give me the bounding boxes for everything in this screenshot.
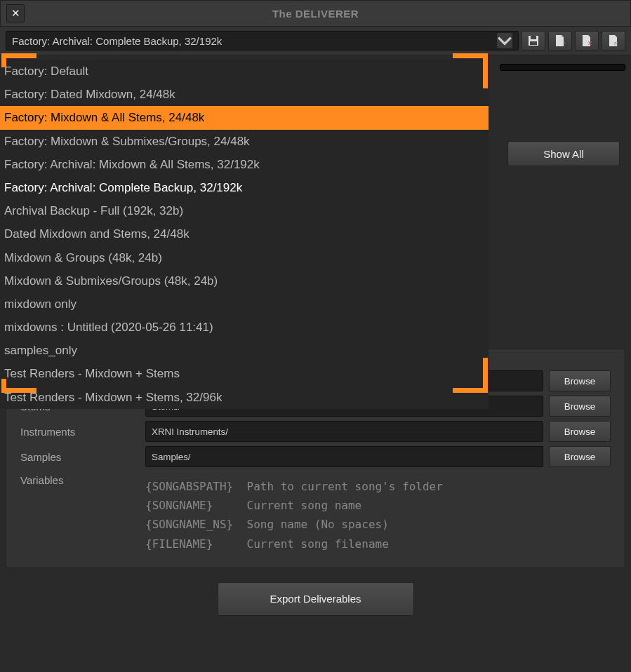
- progress-bar: [500, 64, 625, 71]
- variables-help-text: {SONGABSPATH} Path to current song's fol…: [145, 474, 611, 556]
- save-preset-button[interactable]: [522, 31, 545, 51]
- preset-dropdown[interactable]: Factory: Archival: Complete Backup, 32/1…: [6, 31, 519, 51]
- close-button[interactable]: ✕: [6, 4, 25, 22]
- path-row-samples: Samples Browse: [20, 446, 611, 467]
- path-input-instruments[interactable]: [145, 421, 543, 442]
- path-label-instruments: Instruments: [20, 426, 140, 438]
- chevron-down-icon: [497, 33, 512, 48]
- export-deliverables-button[interactable]: Export Deliverables: [218, 582, 414, 616]
- preset-option[interactable]: mixdowns : Untitled (2020-05-26 11:41): [0, 316, 489, 339]
- show-all-button[interactable]: Show All: [507, 141, 620, 166]
- preset-option[interactable]: Mixdown & Groups (48k, 24b): [0, 246, 489, 269]
- save-icon: [527, 34, 540, 47]
- show-all-label: Show All: [543, 148, 584, 160]
- preset-option[interactable]: Test Renders - Mixdown + Stems: [0, 362, 489, 385]
- browse-stems-button[interactable]: Browse: [549, 396, 611, 417]
- rename-preset-button[interactable]: R: [602, 31, 625, 51]
- delete-preset-button[interactable]: ✕: [575, 31, 599, 51]
- browse-base-button[interactable]: Browse: [549, 370, 611, 391]
- preset-option[interactable]: Mixdown & Submixes/Groups (48k, 24b): [0, 269, 489, 293]
- preset-option[interactable]: Factory: Dated Mixdown, 24/48k: [0, 83, 489, 106]
- browse-samples-button[interactable]: Browse: [549, 446, 611, 467]
- variables-label: Variables: [20, 474, 140, 556]
- preset-option[interactable]: Factory: Mixdown & Submixes/Groups, 24/4…: [0, 130, 489, 153]
- title-bar: ✕ The DELIVERER: [0, 0, 631, 27]
- add-preset-button[interactable]: +: [548, 31, 572, 51]
- preset-option[interactable]: Factory: Mixdown & All Stems, 24/48k: [0, 106, 489, 129]
- path-input-samples[interactable]: [145, 446, 543, 467]
- svg-text:✕: ✕: [587, 40, 593, 47]
- preset-dropdown-list[interactable]: Factory: DefaultFactory: Dated Mixdown, …: [0, 60, 489, 409]
- close-icon: ✕: [11, 7, 20, 20]
- file-delete-icon: ✕: [580, 34, 593, 47]
- svg-text:+: +: [562, 40, 566, 46]
- file-plus-icon: +: [554, 34, 566, 47]
- preset-option[interactable]: Factory: Archival: Mixdown & All Stems, …: [0, 153, 489, 176]
- preset-option[interactable]: Test Renders - Mixdown + Stems, 32/96k: [0, 386, 489, 409]
- toolbar: Factory: Archival: Complete Backup, 32/1…: [0, 27, 631, 55]
- path-label-samples: Samples: [20, 451, 140, 463]
- preset-option[interactable]: mixdown only: [0, 293, 489, 316]
- browse-instruments-button[interactable]: Browse: [549, 421, 611, 442]
- svg-rect-2: [530, 41, 537, 45]
- preset-option[interactable]: Factory: Default: [0, 60, 489, 83]
- svg-rect-1: [531, 36, 536, 39]
- preset-dropdown-label: Factory: Archival: Complete Backup, 32/1…: [12, 35, 222, 47]
- export-deliverables-label: Export Deliverables: [270, 593, 361, 605]
- preset-option[interactable]: samples_only: [0, 339, 489, 362]
- file-rename-icon: R: [607, 34, 620, 47]
- preset-option[interactable]: Factory: Archival: Complete Backup, 32/1…: [0, 176, 489, 199]
- path-row-instruments: Instruments Browse: [20, 421, 611, 442]
- preset-option[interactable]: Archival Backup - Full (192k, 32b): [0, 199, 489, 222]
- preset-option[interactable]: Dated Mixdown and Stems, 24/48k: [0, 222, 489, 246]
- variables-row: Variables {SONGABSPATH} Path to current …: [20, 474, 611, 556]
- window-title: The DELIVERER: [1, 8, 630, 20]
- svg-text:R: R: [614, 41, 618, 47]
- footer: Export Deliverables: [6, 568, 625, 630]
